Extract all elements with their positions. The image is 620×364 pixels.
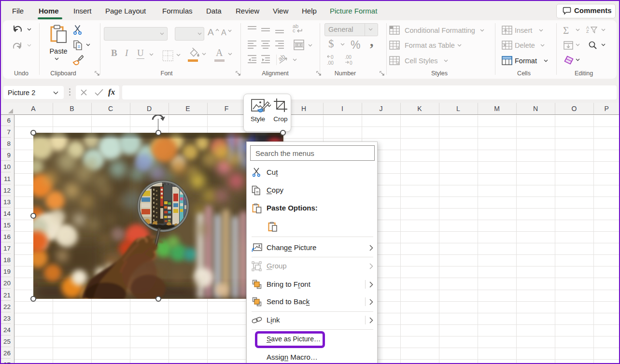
svg-text:0: 0 <box>331 55 334 60</box>
svg-text:.00: .00 <box>345 55 352 60</box>
svg-text:0: 0 <box>350 60 352 66</box>
svg-text:.00: .00 <box>327 60 334 66</box>
